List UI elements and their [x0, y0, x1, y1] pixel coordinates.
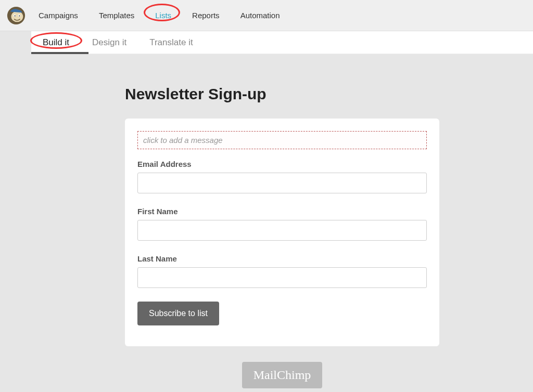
sub-nav: Build it Design it Translate it: [31, 31, 533, 54]
mailchimp-footer-logo[interactable]: MailChimp: [242, 362, 323, 388]
field-last-name-input[interactable]: [137, 267, 427, 288]
form-title[interactable]: Newsletter Sign-up: [125, 85, 439, 103]
message-placeholder[interactable]: click to add a message: [137, 131, 427, 149]
field-email: Email Address: [137, 160, 427, 193]
field-first-name-label: First Name: [137, 207, 427, 216]
field-first-name-input[interactable]: [137, 220, 427, 241]
footer: MailChimp: [125, 362, 439, 388]
nav-campaigns[interactable]: Campaigns: [36, 8, 80, 23]
subnav-build-it-label: Build it: [43, 37, 69, 47]
svg-point-4: [15, 15, 16, 16]
nav-lists-label: Lists: [155, 11, 171, 20]
subnav-translate-it[interactable]: Translate it: [148, 35, 194, 50]
nav-reports[interactable]: Reports: [190, 8, 222, 23]
field-email-input[interactable]: [137, 173, 427, 193]
subnav-design-it[interactable]: Design it: [91, 35, 128, 50]
nav-automation[interactable]: Automation: [238, 8, 282, 23]
field-last-name: Last Name: [137, 254, 427, 288]
form-card: click to add a message Email Address Fir…: [125, 119, 439, 346]
subnav-active-underline: [31, 52, 88, 54]
field-first-name: First Name: [137, 207, 427, 241]
mailchimp-logo-icon[interactable]: [6, 6, 26, 25]
nav-lists[interactable]: Lists: [153, 8, 173, 23]
top-nav: Campaigns Templates Lists Reports Automa…: [0, 0, 533, 31]
svg-point-5: [19, 15, 20, 16]
form-canvas: Newsletter Sign-up click to add a messag…: [31, 54, 533, 392]
field-last-name-label: Last Name: [137, 254, 427, 263]
field-email-label: Email Address: [137, 160, 427, 168]
subnav-build-it[interactable]: Build it: [42, 35, 70, 50]
subscribe-button[interactable]: Subscribe to list: [137, 302, 219, 325]
nav-templates[interactable]: Templates: [97, 8, 136, 23]
